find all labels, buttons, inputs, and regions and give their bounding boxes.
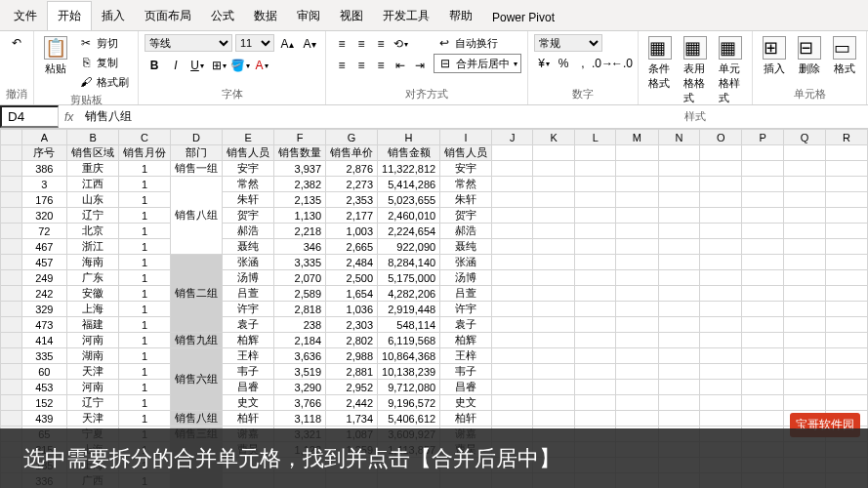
cell[interactable]: 天津 <box>67 364 119 380</box>
cell[interactable]: 聂纯 <box>440 239 492 255</box>
cell[interactable]: 张涵 <box>223 255 274 270</box>
cell[interactable] <box>616 255 658 270</box>
cell[interactable]: 1 <box>119 380 171 395</box>
cell[interactable] <box>658 177 700 192</box>
col-header-P[interactable]: P <box>742 130 784 145</box>
cell[interactable]: 安徽 <box>67 286 119 302</box>
cell[interactable] <box>742 145 784 161</box>
cell[interactable]: 常然 <box>440 177 492 192</box>
cell[interactable] <box>700 302 742 317</box>
cell[interactable]: 2,952 <box>326 380 378 395</box>
merged-dept-cell[interactable]: 销售二组 <box>171 255 223 333</box>
cell[interactable]: 5,023,655 <box>378 192 440 208</box>
bold-button[interactable]: B <box>145 56 164 75</box>
cell[interactable] <box>658 333 700 348</box>
cell[interactable]: 安宇 <box>223 161 274 177</box>
cell[interactable] <box>616 302 658 317</box>
cell[interactable]: 许宇 <box>440 302 492 317</box>
cell[interactable]: 常然 <box>223 177 274 192</box>
cell[interactable] <box>742 239 784 255</box>
cell[interactable] <box>784 192 826 208</box>
cell[interactable] <box>533 364 575 380</box>
cell[interactable]: 1,003 <box>326 224 378 239</box>
cell[interactable]: 许宇 <box>223 302 274 317</box>
cell[interactable]: 2,070 <box>274 270 326 286</box>
format-painter-button[interactable]: 🖌格式刷 <box>75 73 132 91</box>
cell[interactable] <box>784 380 826 395</box>
cell[interactable]: 河南 <box>67 380 119 395</box>
cell[interactable] <box>492 224 533 239</box>
cell[interactable]: 922,090 <box>378 239 440 255</box>
cell[interactable] <box>616 145 658 161</box>
row-header[interactable] <box>1 208 22 224</box>
cell[interactable]: 汤博 <box>440 270 492 286</box>
cell[interactable] <box>742 411 784 427</box>
cell[interactable] <box>616 286 658 302</box>
col-header-E[interactable]: E <box>223 130 274 145</box>
row-header[interactable] <box>1 286 22 302</box>
cell[interactable] <box>700 177 742 192</box>
cell[interactable] <box>700 255 742 270</box>
ribbon-tab-插入[interactable]: 插入 <box>92 2 135 30</box>
cell[interactable] <box>575 208 616 224</box>
cell[interactable]: 朱轩 <box>440 192 492 208</box>
cell[interactable] <box>616 239 658 255</box>
cell[interactable]: 467 <box>21 239 67 255</box>
cell[interactable]: 1 <box>119 364 171 380</box>
wrap-text-button[interactable]: ↩自动换行 <box>434 34 521 52</box>
font-color-button[interactable]: A▾ <box>252 56 271 75</box>
cell[interactable]: 昌睿 <box>223 380 274 395</box>
cell[interactable] <box>616 333 658 348</box>
col-header-C[interactable]: C <box>119 130 171 145</box>
merged-dept-cell[interactable]: 销售一组 <box>171 161 223 177</box>
cell[interactable]: 473 <box>21 317 67 333</box>
cell[interactable] <box>742 380 784 395</box>
cell[interactable]: 2,500 <box>326 270 378 286</box>
table-header-cell[interactable]: 销售数量 <box>274 145 326 161</box>
cell[interactable]: 张涵 <box>440 255 492 270</box>
cell[interactable] <box>742 224 784 239</box>
cell[interactable] <box>784 177 826 192</box>
cell[interactable] <box>492 239 533 255</box>
col-header-R[interactable]: R <box>826 130 868 145</box>
cell[interactable]: 王梓 <box>223 348 274 364</box>
cell[interactable] <box>826 192 868 208</box>
cell[interactable]: 湖南 <box>67 348 119 364</box>
cell[interactable]: 386 <box>21 161 67 177</box>
decrease-font-button[interactable]: A▾ <box>300 34 319 54</box>
insert-cells-button[interactable]: ⊞插入 <box>759 34 790 78</box>
formula-bar[interactable]: 销售八组 <box>79 106 868 127</box>
paste-button[interactable]: 📋粘贴 <box>40 34 71 78</box>
cell[interactable] <box>742 208 784 224</box>
cell[interactable] <box>575 161 616 177</box>
cell[interactable] <box>742 255 784 270</box>
cell[interactable] <box>533 255 575 270</box>
cell[interactable]: 238 <box>274 317 326 333</box>
merged-dept-cell[interactable]: 销售八组 <box>171 411 223 427</box>
row-header[interactable] <box>1 348 22 364</box>
ribbon-tab-审阅[interactable]: 审阅 <box>287 2 330 30</box>
row-header[interactable] <box>1 317 22 333</box>
cell[interactable]: 5,414,286 <box>378 177 440 192</box>
cell[interactable] <box>742 192 784 208</box>
cell[interactable] <box>616 224 658 239</box>
cell[interactable] <box>784 270 826 286</box>
cell[interactable] <box>700 348 742 364</box>
cell[interactable]: 335 <box>21 348 67 364</box>
cell[interactable]: 史文 <box>440 395 492 411</box>
cell[interactable] <box>658 348 700 364</box>
table-header-cell[interactable]: 销售区域 <box>67 145 119 161</box>
cell[interactable]: 548,114 <box>378 317 440 333</box>
cell[interactable] <box>700 411 742 427</box>
cell[interactable] <box>658 286 700 302</box>
ribbon-tab-开始[interactable]: 开始 <box>47 1 92 30</box>
cell[interactable]: 1 <box>119 224 171 239</box>
cell[interactable] <box>533 411 575 427</box>
cell[interactable]: 9,196,572 <box>378 395 440 411</box>
ribbon-tab-视图[interactable]: 视图 <box>330 2 373 30</box>
cell[interactable] <box>826 255 868 270</box>
cell[interactable] <box>616 317 658 333</box>
cell[interactable] <box>784 395 826 411</box>
cell[interactable] <box>784 348 826 364</box>
col-header-Q[interactable]: Q <box>784 130 826 145</box>
